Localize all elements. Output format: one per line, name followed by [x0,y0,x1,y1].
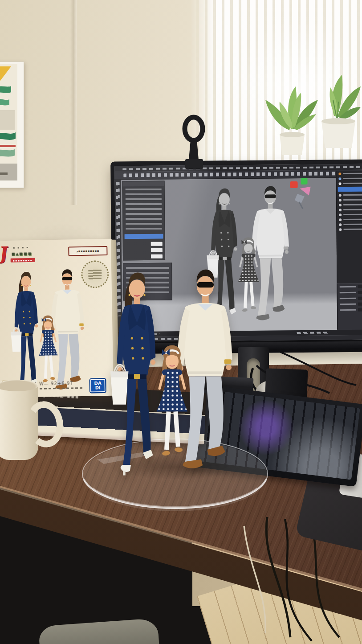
prop-label [340,292,356,293]
coffee-mug [0,380,45,463]
row-label [343,213,362,215]
plant-right [321,75,361,148]
prop-value [358,296,362,299]
row-label [343,218,362,220]
collectible-box: J ▪ ▪ ▪ ▪ ▪▴▪▪▪ ▪▪▪▪▪▪▪▪ ▴▪▪▪▪▪▪▪▪▪ 11W … [0,239,114,398]
potted-plants [255,59,362,156]
menu-items [122,166,362,170]
properties-panel [337,283,362,330]
family-figurine [99,263,249,484]
prop-value [358,302,362,305]
item-icon [339,223,342,226]
row-label [343,204,362,205]
value-field [151,248,163,252]
status-info [297,332,328,334]
object-icon [338,177,341,180]
item-icon [339,199,342,201]
poster-art [0,64,17,180]
panel-list-rows [126,189,162,232]
wall-corner [70,0,77,205]
row-label [343,228,362,230]
value-field [151,254,163,258]
value-field [151,242,163,246]
item-icon [339,218,342,221]
row-label [343,177,362,179]
row-label [343,172,362,174]
selected-list-row [125,234,163,239]
item-icon [339,228,342,231]
item-icon [339,213,342,216]
prop-value [358,291,362,294]
prop-label [340,298,356,299]
item-icon [339,204,342,206]
prop-value [358,285,362,288]
prop-label [340,304,356,305]
row-label [343,194,362,196]
box-logo-banner: ▪▪▪▪▪▪▪▪ [11,258,35,263]
photo-scene: IJIIOIZ ▪▪▪ J ▪ ▪ ▪ ▪ ▪▴▪▪▪ ▪▪▪▪▪▪▪▪ ▴▪▪… [0,0,362,644]
toolbar-icons [123,172,362,177]
box-logo-small-text: ▪ ▪ ▪ ▪ [13,246,29,249]
prop-label [340,309,356,311]
row-label [343,199,362,201]
wall-art-print [0,62,24,188]
transform-gizmo [289,176,321,215]
row-label [343,223,362,225]
selected-outliner-row [338,186,362,192]
collection-icon [338,172,341,175]
row-label [343,209,362,210]
app-toolbar [114,169,362,180]
monitor-hook [175,114,213,172]
box-logo-letter: J [0,244,9,262]
mesh-icon [339,182,342,185]
item-icon [339,194,342,197]
box-logo-glyphs: ▪▴▪▪▪ [11,250,32,257]
panel-header [123,181,164,187]
left-panel-dropdown [122,181,166,261]
plant-left [265,86,318,155]
prop-value [358,308,362,311]
row-label [343,182,362,184]
box-caution-label: ▴▪▪▪▪▪▪▪▪▪ [68,246,107,256]
item-icon [339,209,342,211]
box-logo: J ▪ ▪ ▪ ▪ ▪▴▪▪▪ ▪▪▪▪▪▪▪▪ [0,243,49,267]
prop-label [340,286,356,287]
